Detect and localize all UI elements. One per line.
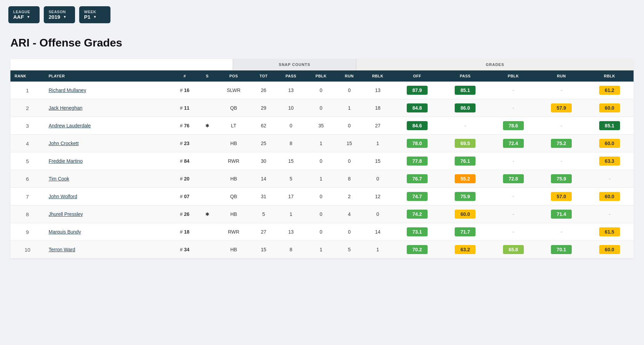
table-row: 1Richard Mullaney# 16SLWR2613001387.985.…	[10, 82, 634, 99]
player-cell: Terron Ward	[44, 241, 171, 259]
grade-cell: 75.2	[537, 135, 585, 152]
player-link[interactable]: Jack Heneghan	[49, 105, 82, 111]
grade-cell: 65.8	[489, 241, 537, 259]
col-player: PLAYER	[44, 70, 171, 82]
grade-cell: 85.1	[585, 117, 634, 135]
week-arrow-icon: ▼	[93, 15, 97, 19]
player-link[interactable]: Jhurell Pressley	[49, 211, 83, 217]
grade-cell: -	[489, 223, 537, 241]
star-cell	[198, 82, 216, 99]
grade-cell: -	[489, 188, 537, 205]
grade-cell: -	[585, 170, 634, 188]
grade-cell: 61.5	[585, 223, 634, 241]
rank-cell: 7	[10, 188, 44, 205]
season-value: 2019 ▼	[49, 14, 66, 20]
grade-cell: 57.0	[537, 188, 585, 205]
grade-cell: 84.8	[393, 99, 441, 117]
grade-cell: 70.2	[393, 241, 441, 259]
grade-cell: 60.0	[585, 241, 634, 259]
grade-cell: 71.7	[441, 223, 489, 241]
player-link[interactable]: Freddie Martino	[49, 158, 83, 164]
player-cell: John Crockett	[44, 135, 171, 152]
grades-header: GRADES	[356, 59, 634, 70]
rank-cell: 10	[10, 241, 44, 259]
player-link[interactable]: Tim Cook	[49, 176, 69, 182]
col-s: S	[198, 70, 216, 82]
col-rank: RANK	[10, 70, 44, 82]
table-row: 9Marquis Bundy# 18RWR2713001473.171.7--6…	[10, 223, 634, 241]
grade-cell: 77.8	[393, 152, 441, 170]
grade-cell: 74.2	[393, 205, 441, 223]
grade-cell: -	[489, 99, 537, 117]
player-cell: Tim Cook	[44, 170, 171, 188]
number-cell: # 11	[171, 99, 198, 117]
grade-cell: 72.8	[489, 170, 537, 188]
table-row: 7John Wolford# 07QB3117021274.775.9-57.0…	[10, 188, 634, 205]
grade-cell: 60.0	[585, 99, 634, 117]
rank-cell: 2	[10, 99, 44, 117]
table-row: 8Jhurell Pressley# 26✱HB5104074.260.0-71…	[10, 205, 634, 223]
grade-cell: 69.5	[441, 135, 489, 152]
top-bar: LEAGUE AAF ▼ SEASON 2019 ▼ WEEK P1 ▼	[0, 0, 644, 27]
week-dropdown[interactable]: WEEK P1 ▼	[79, 6, 110, 23]
rank-cell: 3	[10, 117, 44, 135]
player-link[interactable]: Andrew Lauderdale	[49, 123, 91, 128]
grade-cell: 60.0	[441, 205, 489, 223]
number-cell: # 23	[171, 135, 198, 152]
league-dropdown[interactable]: LEAGUE AAF ▼	[8, 6, 40, 23]
col-off-grade: OFF	[393, 70, 441, 82]
page-title: ARI - Offense Grades	[10, 36, 634, 49]
table-row: 2Jack Heneghan# 11QB2910011884.886.0-57.…	[10, 99, 634, 117]
snap-counts-header: SNAP COUNTS	[233, 59, 356, 70]
col-rblk-snap: RBLK	[362, 70, 393, 82]
star-cell	[198, 152, 216, 170]
table-header-row: RANK PLAYER # S POS TOT PASS PBLK RUN RB…	[10, 70, 634, 82]
grade-cell: -	[537, 117, 585, 135]
grade-cell: 61.2	[585, 82, 634, 99]
number-cell: # 07	[171, 188, 198, 205]
col-run-grade: RUN	[537, 70, 585, 82]
grade-cell: 63.2	[441, 241, 489, 259]
grade-cell: 76.7	[393, 170, 441, 188]
grade-cell: 63.3	[585, 152, 634, 170]
player-link[interactable]: Terron Ward	[49, 247, 75, 252]
star-cell	[198, 188, 216, 205]
star-cell	[198, 135, 216, 152]
grade-cell: 75.9	[537, 170, 585, 188]
grade-cell: -	[537, 223, 585, 241]
table-row: 5Freddie Martino# 84RWR3015001577.876.1-…	[10, 152, 634, 170]
star-cell	[198, 223, 216, 241]
grade-cell: 85.1	[441, 82, 489, 99]
table-row: 6Tim Cook# 20HB14518076.755.272.875.9-	[10, 170, 634, 188]
section-headers: SNAP COUNTS GRADES	[10, 59, 634, 70]
grade-cell: -	[585, 205, 634, 223]
grade-cell: 78.0	[393, 135, 441, 152]
grade-cell: 60.0	[585, 135, 634, 152]
player-link[interactable]: Marquis Bundy	[49, 229, 81, 235]
season-dropdown[interactable]: SEASON 2019 ▼	[44, 6, 75, 23]
number-cell: # 84	[171, 152, 198, 170]
week-value: P1 ▼	[84, 14, 97, 20]
player-link[interactable]: John Crockett	[49, 141, 79, 146]
star-cell: ✱	[198, 117, 216, 135]
rank-cell: 1	[10, 82, 44, 99]
grades-table-wrapper: SNAP COUNTS GRADES RANK PLAYER # S POS T…	[10, 59, 634, 259]
grade-cell: -	[441, 117, 489, 135]
player-link[interactable]: John Wolford	[49, 194, 77, 199]
player-link[interactable]: Richard Mullaney	[49, 87, 86, 93]
player-cell: John Wolford	[44, 188, 171, 205]
col-number: #	[171, 70, 198, 82]
grade-cell: 60.0	[585, 188, 634, 205]
grade-cell: 57.9	[537, 99, 585, 117]
grade-cell: -	[489, 205, 537, 223]
league-label: LEAGUE	[13, 10, 30, 14]
player-cell: Jack Heneghan	[44, 99, 171, 117]
col-pass-snap: PASS	[276, 70, 306, 82]
number-cell: # 34	[171, 241, 198, 259]
number-cell: # 16	[171, 82, 198, 99]
grade-cell: -	[537, 152, 585, 170]
grade-cell: 86.0	[441, 99, 489, 117]
grade-cell: 74.7	[393, 188, 441, 205]
grade-cell: 78.6	[489, 117, 537, 135]
grade-cell: 70.1	[537, 241, 585, 259]
